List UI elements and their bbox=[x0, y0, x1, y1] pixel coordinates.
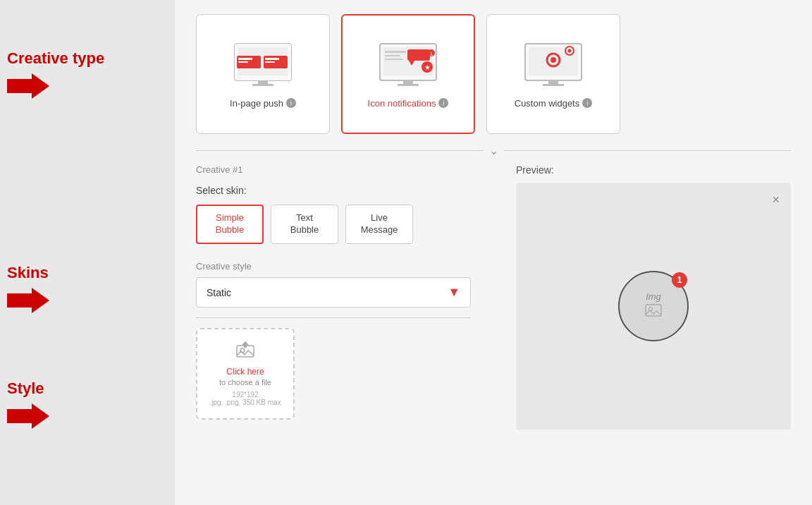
creative-type-cards: In-page push i bbox=[196, 14, 791, 134]
svg-marker-2 bbox=[7, 403, 49, 429]
skin-simple-bubble-btn[interactable]: SimpleBubble bbox=[196, 205, 264, 244]
svg-rect-33 bbox=[548, 80, 558, 84]
inpage-push-card[interactable]: In-page push i bbox=[196, 14, 330, 134]
style-label: Style bbox=[7, 379, 44, 398]
section-divider: ⌄ bbox=[196, 144, 791, 157]
select-skin-label: Select skin: bbox=[196, 185, 495, 196]
creative-left-panel: Creative #1 Select skin: SimpleBubble Te… bbox=[196, 164, 495, 430]
svg-text:★: ★ bbox=[424, 63, 431, 71]
svg-rect-16 bbox=[385, 51, 406, 53]
svg-rect-25 bbox=[403, 80, 413, 84]
preview-label: Preview: bbox=[516, 164, 791, 176]
creative-section: Creative #1 Select skin: SimpleBubble Te… bbox=[196, 164, 791, 430]
skin-buttons-group: SimpleBubble TextBubble LiveMessage bbox=[196, 205, 495, 244]
svg-rect-17 bbox=[385, 55, 400, 56]
creative-type-section: Creative type bbox=[7, 49, 168, 68]
svg-text:1: 1 bbox=[430, 51, 433, 56]
skins-section: Skins bbox=[7, 264, 168, 282]
dropdown-arrow-icon: ▼ bbox=[448, 285, 460, 300]
icon-notifications-card[interactable]: ★ 1 Icon notifications i bbox=[341, 14, 475, 134]
svg-rect-34 bbox=[543, 84, 564, 86]
upload-sub-text: to choose a file bbox=[219, 378, 271, 387]
svg-rect-11 bbox=[265, 61, 275, 63]
custom-widgets-label: Custom widgets i bbox=[515, 98, 592, 109]
icon-notif-svg: ★ 1 bbox=[369, 40, 447, 90]
svg-point-40 bbox=[649, 308, 653, 311]
preview-img-icon bbox=[645, 303, 662, 321]
custom-widgets-info-icon[interactable]: i bbox=[582, 98, 592, 108]
inpage-push-label: In-page push i bbox=[230, 98, 296, 109]
skin-text-bubble-btn[interactable]: TextBubble bbox=[271, 205, 338, 244]
custom-widgets-illustration bbox=[515, 40, 592, 90]
svg-rect-12 bbox=[258, 80, 268, 84]
creative-number: Creative #1 bbox=[196, 164, 495, 175]
skins-arrow-icon bbox=[7, 288, 49, 313]
style-divider bbox=[196, 317, 471, 318]
svg-rect-13 bbox=[252, 84, 273, 86]
upload-size-text: 192*192 .jpg, .png, 350 KB max bbox=[209, 391, 281, 406]
upload-icon bbox=[235, 341, 255, 363]
svg-rect-26 bbox=[398, 84, 419, 86]
svg-rect-19 bbox=[407, 49, 430, 61]
svg-marker-0 bbox=[7, 73, 49, 99]
style-dropdown[interactable]: Static ▼ bbox=[196, 277, 471, 308]
inpage-push-info-icon[interactable]: i bbox=[286, 98, 296, 108]
upload-click-text: Click here bbox=[226, 367, 264, 377]
preview-notification: Img 1 bbox=[618, 271, 689, 341]
svg-rect-18 bbox=[385, 59, 403, 60]
icon-notif-info-icon[interactable]: i bbox=[438, 98, 448, 108]
creative-type-arrow-icon bbox=[7, 73, 49, 99]
svg-point-32 bbox=[568, 49, 572, 52]
divider-chevron-icon: ⌄ bbox=[484, 144, 504, 157]
creative-style-label: Creative style bbox=[196, 261, 495, 272]
icon-notifications-label: Icon notifications i bbox=[368, 98, 449, 109]
preview-img-text: Img bbox=[646, 291, 661, 302]
svg-rect-8 bbox=[238, 61, 248, 63]
style-arrow-icon bbox=[7, 403, 49, 429]
svg-marker-1 bbox=[7, 288, 49, 313]
preview-box: × Img 1 bbox=[516, 183, 791, 430]
svg-marker-38 bbox=[242, 341, 249, 345]
preview-badge: 1 bbox=[672, 272, 687, 288]
svg-rect-7 bbox=[238, 58, 252, 60]
main-content: In-page push i bbox=[175, 0, 812, 505]
skin-live-message-btn[interactable]: LiveMessage bbox=[345, 205, 413, 244]
preview-close-icon[interactable]: × bbox=[772, 193, 780, 207]
svg-point-30 bbox=[550, 57, 556, 63]
preview-section: Preview: × Img 1 bbox=[516, 164, 791, 430]
upload-box[interactable]: Click here to choose a file 192*192 .jpg… bbox=[196, 328, 295, 420]
custom-widgets-svg bbox=[515, 40, 592, 90]
custom-widgets-card[interactable]: Custom widgets i bbox=[486, 14, 620, 134]
creative-type-label: Creative type bbox=[7, 49, 104, 68]
skins-label: Skins bbox=[7, 264, 49, 282]
inpage-push-svg bbox=[224, 40, 302, 90]
divider-line-right bbox=[504, 150, 792, 151]
style-dropdown-value: Static bbox=[207, 287, 231, 298]
style-section: Style bbox=[7, 379, 168, 398]
svg-rect-10 bbox=[265, 58, 279, 60]
divider-line-left bbox=[196, 150, 484, 151]
inpage-push-illustration bbox=[224, 40, 302, 90]
icon-notif-illustration: ★ 1 bbox=[369, 40, 447, 90]
sidebar: Creative type Skins Style bbox=[0, 0, 175, 505]
